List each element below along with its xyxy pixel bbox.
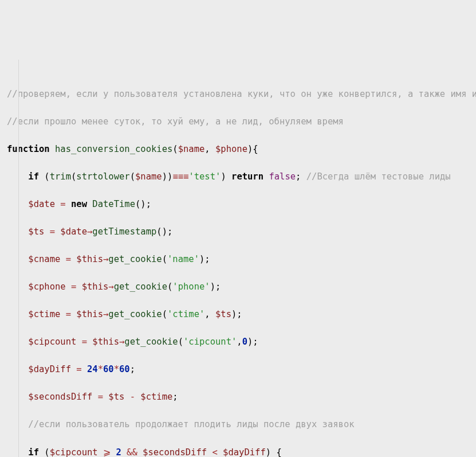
- operator: ⩾: [103, 447, 111, 458]
- var: $ts: [28, 226, 44, 237]
- operator: =: [71, 364, 87, 374]
- param: $phone: [215, 144, 247, 154]
- operator: →: [108, 282, 113, 292]
- operator: ≡≡≡: [172, 171, 188, 182]
- var: $secondsDiff: [28, 392, 92, 402]
- method: get_cookie: [108, 254, 162, 264]
- operator: =: [76, 337, 92, 347]
- operator: =: [66, 282, 82, 292]
- var: $cname: [28, 254, 60, 264]
- code-line: $cipcount = $this→get_cookie('cipcount',…: [7, 335, 469, 349]
- var: $cipcount: [28, 337, 76, 347]
- var: $secondsDiff: [143, 447, 207, 458]
- string: 'name': [167, 254, 199, 264]
- var: $this: [92, 337, 119, 347]
- number: 60: [119, 364, 130, 374]
- comment: //Всегда шлём тестовые лиды: [306, 171, 451, 182]
- string: 'cipcount': [183, 337, 237, 347]
- string: 'ctime': [167, 309, 204, 319]
- comment: //если прошло менее суток, то хуй ему, а…: [7, 116, 344, 127]
- indent-guide: [18, 60, 19, 457]
- number: 60: [103, 364, 114, 374]
- keyword: if: [28, 447, 39, 458]
- function-name: has_conversion_cookies: [55, 144, 172, 154]
- var: $date: [60, 226, 87, 237]
- code-line: $secondsDiff = $ts - $ctime;: [7, 390, 469, 404]
- operator: =: [60, 254, 76, 264]
- var: $this: [76, 254, 103, 264]
- code-line: $ts = $date→getTimestamp();: [7, 225, 469, 239]
- code-line: $cname = $this→get_cookie('name');: [7, 252, 469, 266]
- keyword: return: [231, 171, 263, 182]
- method: get_cookie: [124, 337, 178, 347]
- operator: =: [60, 309, 76, 319]
- bool: false: [269, 171, 296, 182]
- var: $date: [28, 199, 55, 209]
- var: $ts: [215, 309, 231, 319]
- operator: →: [119, 337, 124, 347]
- code-line: $cphone = $this→get_cookie('phone');: [7, 280, 469, 294]
- string: 'phone': [172, 282, 210, 292]
- builtin: strtolower: [76, 171, 129, 182]
- var: $name: [135, 171, 162, 182]
- code-line: if (trim(strtolower($name))≡≡≡'test') re…: [7, 170, 469, 183]
- comment: //проверяем, если у пользователя установ…: [7, 89, 476, 99]
- keyword: function: [7, 144, 50, 154]
- code-line: //проверяем, если у пользователя установ…: [7, 87, 469, 101]
- var: $this: [82, 282, 109, 292]
- var: $cipcount: [50, 447, 98, 458]
- keyword: new: [71, 199, 87, 209]
- operator: →: [103, 309, 108, 319]
- method: get_cookie: [114, 282, 167, 292]
- number: 24: [87, 364, 98, 374]
- method: get_cookie: [108, 309, 162, 319]
- class: DateTime: [92, 199, 135, 209]
- var: $this: [76, 309, 103, 319]
- operator: *: [98, 364, 103, 374]
- operator: <: [212, 447, 217, 458]
- operator: *: [114, 364, 119, 374]
- code-line: if ($cipcount ⩾ 2 && $secondsDiff < $day…: [7, 446, 469, 458]
- operator: -: [124, 392, 140, 402]
- code-line: function has_conversion_cookies($name, $…: [7, 142, 469, 156]
- operator: →: [103, 254, 108, 264]
- code-editor[interactable]: //проверяем, если у пользователя установ…: [7, 60, 469, 457]
- string: 'test': [188, 171, 221, 182]
- operator: →: [87, 226, 92, 237]
- number: 0: [242, 337, 247, 347]
- var: $ts: [108, 392, 124, 402]
- param: $name: [178, 144, 205, 154]
- number: 2: [116, 447, 121, 458]
- operator: =: [55, 199, 71, 209]
- code-line: //если пользователь продолжает плодить л…: [7, 417, 469, 431]
- code-line: $ctime = $this→get_cookie('ctime', $ts);: [7, 307, 469, 321]
- operator: =: [92, 392, 108, 402]
- var: $ctime: [28, 309, 60, 319]
- var: $dayDiff: [28, 364, 71, 374]
- method: getTimestamp: [92, 226, 156, 237]
- var: $ctime: [140, 392, 172, 402]
- code-line: //если прошло менее суток, то хуй ему, а…: [7, 115, 469, 128]
- code-line: $dayDiff = 24*60*60;: [7, 362, 469, 376]
- builtin: trim: [50, 171, 71, 182]
- keyword: if: [28, 171, 39, 182]
- var: $dayDiff: [223, 447, 266, 458]
- operator: &&: [127, 447, 137, 458]
- operator: =: [44, 226, 60, 237]
- var: $cphone: [28, 282, 65, 292]
- comment: //если пользователь продолжает плодить л…: [28, 419, 354, 429]
- code-line: $date = new DateTime();: [7, 197, 469, 211]
